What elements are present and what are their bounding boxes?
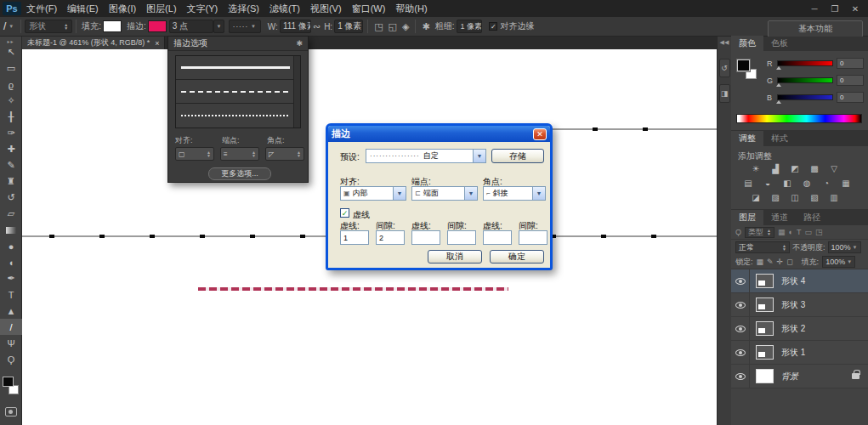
tab-adjustments[interactable]: 调整 (731, 131, 763, 146)
stroke-width-field[interactable]: 3 点 (169, 20, 213, 33)
tool-mode-select[interactable]: 形状 ▲▼ (25, 20, 72, 33)
quick-mask-icon[interactable] (5, 407, 17, 416)
history-brush-tool[interactable]: ↺ (0, 190, 22, 206)
panel-gear-icon[interactable]: ✱ (296, 39, 303, 48)
quick-selection-tool[interactable]: ✧ (0, 93, 22, 109)
visibility-toggle[interactable] (731, 269, 750, 293)
color-balance-icon[interactable]: ◒ (762, 178, 774, 188)
caps-select[interactable]: ≡▲▼ (220, 147, 259, 161)
layer-row-background[interactable]: 背景 (731, 365, 868, 388)
marquee-tool[interactable]: ▭ (0, 60, 22, 76)
stroke-style-dotted[interactable] (176, 104, 300, 128)
dash-input-1[interactable]: 1 (340, 230, 369, 245)
layer-thumbnail[interactable] (756, 369, 774, 383)
selective-color-icon[interactable]: ▥ (828, 192, 840, 202)
color-lookup-icon[interactable]: ▦ (840, 178, 852, 188)
lock-pixels-icon[interactable]: ✎ (767, 258, 774, 266)
menu-type[interactable]: 文字(Y) (182, 0, 224, 17)
red-value[interactable]: 0 (837, 58, 864, 69)
workspace-switcher[interactable]: 基本功能 (768, 20, 863, 37)
path-selection-tool[interactable]: ▲ (0, 303, 22, 319)
menu-select[interactable]: 选择(S) (223, 0, 264, 17)
type-tool[interactable]: T (0, 286, 22, 303)
filter-shape-icon[interactable]: ▭ (804, 228, 812, 236)
gap-input-3[interactable] (519, 230, 547, 245)
clone-stamp-tool[interactable]: ♜ (0, 173, 22, 190)
line-tool[interactable]: / (0, 319, 22, 335)
filter-type-icon[interactable]: T (797, 228, 802, 236)
menu-help[interactable]: 帮助(H) (390, 0, 432, 17)
lasso-tool[interactable]: ϱ (0, 76, 22, 93)
filter-adjustment-icon[interactable]: ◐ (788, 228, 792, 236)
blue-value[interactable]: 0 (837, 92, 864, 103)
layer-row-shape2[interactable]: 形状 2 (731, 317, 868, 341)
vibrance-icon[interactable]: ▽ (828, 163, 840, 173)
preset-select[interactable]: ················ 自定 ▼ (366, 149, 486, 163)
crop-tool[interactable]: ╂ (0, 109, 22, 125)
stroke-type-dropdown[interactable]: ····· ▼ (229, 20, 261, 33)
brightness-contrast-icon[interactable]: ☀ (750, 163, 762, 173)
layer-name[interactable]: 形状 2 (781, 323, 805, 335)
layer-thumbnail[interactable] (756, 298, 774, 312)
visibility-toggle[interactable] (731, 293, 750, 317)
menu-view[interactable]: 视图(V) (305, 0, 347, 17)
layer-name[interactable]: 形状 3 (781, 299, 805, 311)
cancel-button[interactable]: 取消 (428, 250, 482, 264)
stroke-swatch[interactable] (148, 20, 167, 32)
threshold-icon[interactable]: ◫ (789, 192, 801, 202)
tab-swatches[interactable]: 色板 (763, 36, 796, 51)
layer-name[interactable]: 形状 4 (781, 275, 805, 287)
align-select[interactable]: ▢▲▼ (175, 147, 214, 161)
pen-tool[interactable]: ✒ (0, 270, 22, 286)
dialog-close-button[interactable]: ✕ (533, 128, 547, 140)
stroke-style-solid[interactable] (176, 56, 300, 80)
dialog-title-bar[interactable]: 描边 ✕ (328, 126, 550, 142)
eraser-tool[interactable]: ▱ (0, 206, 22, 222)
invert-icon[interactable]: ◪ (750, 192, 762, 202)
align-edges-checkbox[interactable]: ✓ (489, 22, 497, 31)
path-operations-icon[interactable]: ◳ (372, 21, 385, 32)
menu-layer[interactable]: 图层(L) (141, 0, 181, 17)
tool-preset-picker[interactable]: / ▼ (0, 20, 17, 32)
collapse-arrows-icon[interactable]: ▸▸ (0, 37, 21, 44)
dash-input-2[interactable] (411, 230, 440, 245)
eyedropper-tool[interactable]: ✑ (0, 125, 22, 141)
tab-channels[interactable]: 通道 (763, 210, 796, 225)
restore-button[interactable]: ❐ (829, 4, 841, 14)
gap-input-2[interactable] (447, 230, 476, 245)
brush-tool[interactable]: ✎ (0, 157, 22, 173)
ok-button[interactable]: 确定 (490, 250, 544, 264)
path-alignment-icon[interactable]: ◱ (386, 21, 400, 32)
color-spectrum-bar[interactable] (736, 114, 862, 123)
gradient-map-icon[interactable]: ▧ (808, 192, 820, 202)
dashed-line-checkbox[interactable]: ✓ (340, 208, 349, 218)
layer-name[interactable]: 背景 (781, 371, 798, 382)
foreground-color-swatch[interactable] (737, 60, 750, 71)
visibility-toggle[interactable] (731, 341, 750, 365)
layer-thumbnail[interactable] (756, 321, 774, 336)
close-button[interactable]: ✕ (849, 4, 861, 14)
tab-color[interactable]: 颜色 (731, 36, 763, 51)
zoom-tool[interactable]: Ϙ (0, 351, 22, 367)
hand-tool[interactable]: Ψ (0, 335, 22, 351)
corners-select[interactable]: ◸▲▼ (265, 147, 304, 161)
layer-row-shape4[interactable]: 形状 4 (731, 269, 868, 293)
channel-mixer-icon[interactable]: ◔ (820, 178, 832, 188)
filter-type-select[interactable]: 类型 ▲▼ (745, 227, 774, 238)
link-dimensions-icon[interactable]: ∾ (311, 21, 322, 32)
dodge-tool[interactable]: ◖ (0, 254, 22, 270)
move-tool[interactable]: ↖ (0, 44, 22, 60)
fill-field[interactable]: 100% ▼ (822, 256, 855, 268)
tab-paths[interactable]: 路径 (796, 210, 828, 225)
gear-icon[interactable]: ✱ (419, 21, 432, 32)
layer-thumbnail[interactable] (756, 345, 774, 360)
caps-dropdown[interactable]: ⊏ 端面 ▼ (411, 186, 478, 201)
curves-icon[interactable]: ◩ (789, 163, 801, 173)
levels-icon[interactable]: ▟ (769, 163, 781, 173)
more-options-button[interactable]: 更多选项... (208, 167, 271, 180)
posterize-icon[interactable]: ▨ (769, 192, 781, 202)
red-slider[interactable] (777, 60, 833, 66)
blur-tool[interactable]: ● (0, 238, 22, 254)
photo-filter-icon[interactable]: ◍ (801, 178, 813, 188)
fill-swatch[interactable] (103, 20, 122, 32)
